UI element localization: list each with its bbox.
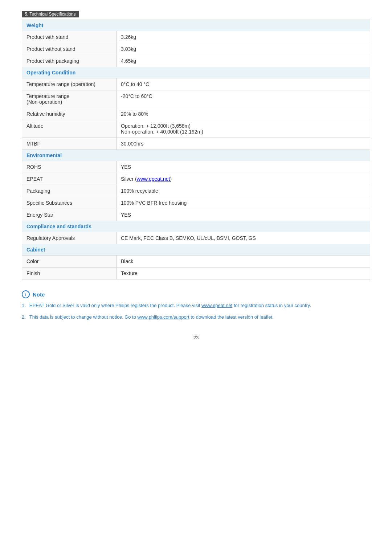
note-text: EPEAT Gold or Silver is valid only where… — [29, 302, 311, 309]
table-row: Specific Substances100% PVC BFR free hou… — [22, 197, 370, 209]
table-row: Regulatory ApprovalsCE Mark, FCC Class B… — [22, 232, 370, 244]
row-label: Product with packaging — [22, 55, 117, 67]
table-row: Product with stand3.26kg — [22, 31, 370, 43]
category-row: Cabinet — [22, 244, 370, 255]
row-label: Temperature range(Non-operation) — [22, 90, 117, 108]
note-number: 1. — [22, 302, 26, 309]
row-value: Operation: + 12,000ft (3,658m)Non-operat… — [117, 120, 370, 138]
row-label: Energy Star — [22, 209, 117, 221]
note-link[interactable]: www.philips.com/support — [138, 314, 189, 320]
row-value: YES — [117, 161, 370, 173]
row-label: Relative humidity — [22, 108, 117, 120]
row-value: CE Mark, FCC Class B, SEMKO, UL/cUL, BSM… — [117, 232, 370, 244]
note-title: i Note — [22, 290, 370, 298]
row-value: Black — [117, 255, 370, 267]
note-link[interactable]: www.epeat.net — [201, 303, 232, 308]
note-list: 1.EPEAT Gold or Silver is valid only whe… — [22, 302, 370, 320]
row-value: 20% to 80% — [117, 108, 370, 120]
row-label: Color — [22, 255, 117, 267]
section-tag: 5. Technical Specifications — [22, 11, 79, 17]
row-value: -20°C to 60°C — [117, 90, 370, 108]
epeat-link[interactable]: www.epeat.net — [137, 176, 170, 182]
row-label: Product without stand — [22, 43, 117, 55]
note-text: This data is subject to change without n… — [29, 314, 274, 321]
category-row: Compliance and standards — [22, 221, 370, 232]
table-row: FinishTexture — [22, 267, 370, 279]
table-row: AltitudeOperation: + 12,000ft (3,658m)No… — [22, 120, 370, 138]
spec-table: WeightProduct with stand3.26kgProduct wi… — [22, 20, 370, 279]
row-label: ROHS — [22, 161, 117, 173]
row-label: Specific Substances — [22, 197, 117, 209]
table-row: Energy StarYES — [22, 209, 370, 221]
row-value: 3.26kg — [117, 31, 370, 43]
note-number: 2. — [22, 314, 26, 321]
table-row: Temperature range (operation)0°C to 40 °… — [22, 78, 370, 90]
row-value: 4.65kg — [117, 55, 370, 67]
page-number: 23 — [22, 335, 370, 340]
row-label: Temperature range (operation) — [22, 78, 117, 90]
row-label: MTBF — [22, 138, 117, 150]
category-row: Operating Condition — [22, 67, 370, 78]
note-icon: i — [22, 290, 30, 298]
row-label: Packaging — [22, 185, 117, 197]
row-label: EPEAT — [22, 173, 117, 185]
table-row: Product without stand3.03kg — [22, 43, 370, 55]
row-label: Product with stand — [22, 31, 117, 43]
category-row: Environmental — [22, 150, 370, 161]
row-label: Altitude — [22, 120, 117, 138]
note-item: 1.EPEAT Gold or Silver is valid only whe… — [22, 302, 370, 309]
row-value: 30,000hrs — [117, 138, 370, 150]
table-row: Relative humidity20% to 80% — [22, 108, 370, 120]
table-row: MTBF30,000hrs — [22, 138, 370, 150]
table-row: Temperature range(Non-operation)-20°C to… — [22, 90, 370, 108]
category-row: Weight — [22, 20, 370, 31]
table-row: EPEATSilver (www.epeat.net) — [22, 173, 370, 185]
table-row: ColorBlack — [22, 255, 370, 267]
row-value: YES — [117, 209, 370, 221]
row-label: Finish — [22, 267, 117, 279]
table-row: ROHSYES — [22, 161, 370, 173]
row-value: 0°C to 40 °C — [117, 78, 370, 90]
row-value: 100% PVC BFR free housing — [117, 197, 370, 209]
note-section: i Note 1.EPEAT Gold or Silver is valid o… — [22, 290, 370, 320]
note-item: 2.This data is subject to change without… — [22, 314, 370, 321]
row-value: Texture — [117, 267, 370, 279]
table-row: Product with packaging4.65kg — [22, 55, 370, 67]
row-value: Silver (www.epeat.net) — [117, 173, 370, 185]
row-value: 100% recyclable — [117, 185, 370, 197]
row-value: 3.03kg — [117, 43, 370, 55]
row-label: Regulatory Approvals — [22, 232, 117, 244]
table-row: Packaging100% recyclable — [22, 185, 370, 197]
note-label: Note — [33, 291, 45, 298]
